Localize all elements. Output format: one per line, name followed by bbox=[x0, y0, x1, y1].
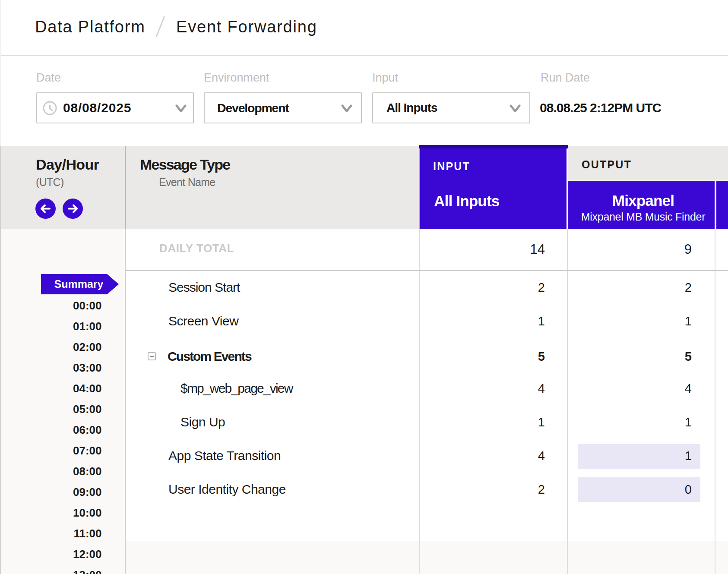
chevron-down-icon bbox=[340, 104, 353, 114]
input-section-label: INPUT bbox=[433, 161, 470, 172]
input-column-header[interactable]: INPUT All Inputs bbox=[420, 145, 567, 229]
output-column-name: Mixpanel bbox=[570, 192, 717, 209]
clock-icon bbox=[43, 101, 57, 115]
page-left-edge bbox=[0, 0, 1, 146]
input-column-name: All Inputs bbox=[434, 192, 499, 210]
run-date-label: Run Date bbox=[541, 72, 590, 84]
hour-label[interactable]: 13:00 bbox=[73, 569, 102, 574]
row-output-value: 5 bbox=[685, 350, 692, 363]
grid-line-output-next bbox=[715, 229, 715, 574]
row-input-value: 4 bbox=[538, 382, 545, 395]
daily-total-separator bbox=[126, 270, 728, 271]
summary-tag[interactable]: Summary bbox=[41, 274, 119, 294]
hour-label[interactable]: 07:00 bbox=[73, 445, 102, 456]
summary-tag-label: Summary bbox=[46, 274, 112, 294]
arrow-right-icon bbox=[66, 202, 79, 215]
minus-icon bbox=[150, 356, 154, 357]
day-hour-column-subtitle: (UTC) bbox=[36, 176, 64, 188]
hour-label[interactable]: 09:00 bbox=[73, 486, 102, 498]
row-name: App State Transition bbox=[168, 448, 281, 463]
collapse-custom-events-button[interactable] bbox=[148, 352, 156, 360]
breadcrumb-section[interactable]: Data Platform bbox=[35, 17, 146, 36]
hour-label[interactable]: 04:00 bbox=[73, 383, 102, 394]
row-output-value: 4 bbox=[685, 382, 692, 395]
hour-label[interactable]: 10:00 bbox=[73, 507, 102, 518]
page-header: Data Platform Event Forwarding bbox=[0, 0, 728, 56]
message-type-column-subtitle: Event Name bbox=[159, 176, 215, 188]
environment-select-value: Development bbox=[217, 93, 289, 123]
input-select-value: All Inputs bbox=[386, 93, 437, 123]
row-input-value: 2 bbox=[538, 281, 545, 294]
input-select[interactable]: All Inputs bbox=[372, 92, 530, 123]
row-input-value: 1 bbox=[538, 416, 545, 429]
body-column-divider bbox=[125, 229, 126, 574]
input-filter-label: Input bbox=[372, 72, 398, 84]
row-output-value: 1 bbox=[685, 315, 692, 328]
row-input-value: 1 bbox=[538, 315, 545, 328]
grid-line-input-output bbox=[567, 229, 568, 574]
hour-label[interactable]: 02:00 bbox=[73, 341, 102, 353]
run-date-value: 08.08.25 2:12PM UTC bbox=[540, 92, 661, 123]
row-name: Custom Events bbox=[168, 349, 251, 364]
hour-label[interactable]: 08:00 bbox=[73, 466, 102, 477]
hour-label[interactable]: 01:00 bbox=[73, 321, 102, 332]
row-input-value: 2 bbox=[538, 483, 545, 496]
breadcrumb-page: Event Forwarding bbox=[176, 17, 317, 36]
hour-label[interactable]: 12:00 bbox=[73, 549, 102, 560]
daily-total-label: DAILY TOTAL bbox=[159, 243, 234, 254]
date-select-value: 08/08/2025 bbox=[63, 93, 131, 123]
next-output-column-header[interactable] bbox=[716, 181, 728, 229]
date-filter-label: Date bbox=[36, 72, 61, 84]
breadcrumb-separator-icon bbox=[156, 16, 165, 37]
day-hour-column-title: Day/Hour bbox=[36, 156, 99, 173]
daily-total-input-value: 14 bbox=[530, 243, 545, 255]
output-highlight bbox=[578, 444, 700, 469]
row-name: $mp_web_page_view bbox=[180, 381, 293, 396]
row-output-value: 1 bbox=[685, 450, 692, 462]
arrow-left-icon bbox=[39, 202, 52, 215]
row-output-value: 0 bbox=[685, 483, 692, 496]
message-type-column-title: Message Type bbox=[140, 156, 230, 173]
hour-label[interactable]: 06:00 bbox=[73, 424, 102, 435]
row-output-value: 1 bbox=[685, 416, 692, 429]
output-highlight bbox=[578, 477, 700, 502]
hour-label[interactable]: 03:00 bbox=[73, 362, 102, 373]
row-input-value: 4 bbox=[538, 450, 545, 462]
next-day-button[interactable] bbox=[63, 199, 83, 219]
environment-filter-label: Environment bbox=[204, 72, 269, 84]
row-name: Screen View bbox=[168, 314, 238, 328]
environment-select[interactable]: Development bbox=[204, 92, 362, 123]
row-name: User Identity Change bbox=[168, 482, 286, 497]
row-output-value: 2 bbox=[685, 281, 692, 294]
row-name: Sign Up bbox=[180, 415, 225, 429]
grid-line-message-input bbox=[419, 229, 420, 574]
previous-day-button[interactable] bbox=[35, 199, 56, 219]
output-column-subtitle: Mixpanel MB Music Finder bbox=[570, 210, 717, 223]
chevron-down-icon bbox=[509, 104, 522, 114]
hour-label[interactable]: 00:00 bbox=[73, 300, 102, 311]
page-left-edge-body bbox=[0, 146, 1, 574]
output-section-label: OUTPUT bbox=[582, 159, 632, 170]
date-select[interactable]: 08/08/2025 bbox=[36, 92, 194, 123]
hour-label[interactable]: 05:00 bbox=[73, 404, 102, 415]
table-bottom-area bbox=[126, 541, 728, 574]
output-column-header[interactable]: Mixpanel Mixpanel MB Music Finder bbox=[568, 181, 715, 229]
daily-total-output-value: 9 bbox=[684, 243, 692, 255]
input-column-topstrip bbox=[419, 145, 568, 148]
row-input-value: 5 bbox=[538, 350, 545, 363]
header-column-divider bbox=[125, 146, 126, 229]
row-name: Session Start bbox=[168, 280, 240, 295]
chevron-down-icon bbox=[174, 104, 187, 114]
hour-label[interactable]: 11:00 bbox=[73, 528, 101, 539]
